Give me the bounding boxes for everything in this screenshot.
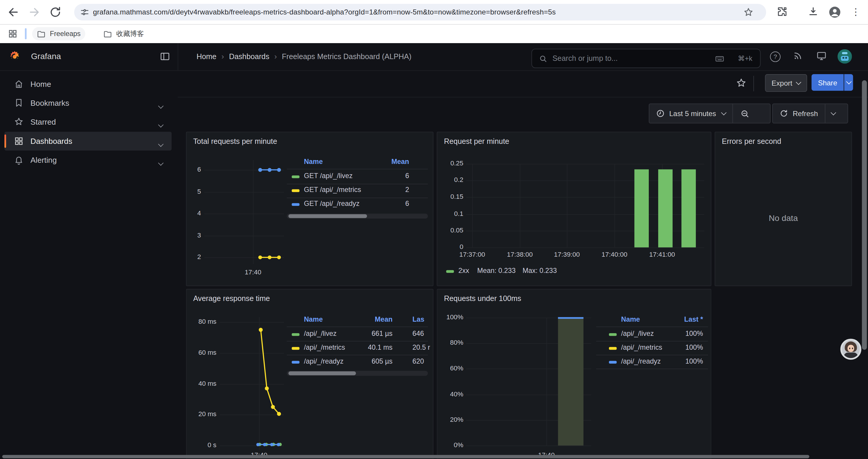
search-input[interactable]: Search or jump to... ⌘+k — [531, 49, 761, 68]
avatar-pixel-art — [841, 56, 848, 61]
legend-divider — [287, 198, 428, 198]
news-feed-icon[interactable] — [793, 51, 805, 63]
chevron-down-icon[interactable] — [158, 141, 164, 147]
export-label: Export — [771, 79, 792, 87]
profile-avatar-icon[interactable] — [828, 6, 841, 19]
sidebar-item-label: Dashboards — [30, 137, 72, 145]
legend-divider — [287, 355, 428, 355]
panel-title[interactable]: Requests under 100ms — [444, 294, 522, 303]
chevron-down-icon — [846, 79, 851, 85]
menu-kebab-icon[interactable]: ⋮ — [849, 6, 862, 19]
y-axis-tick-label: 0 — [437, 243, 463, 251]
panel-total-requests-per-minute: Total requests per minute 6543217:40Name… — [186, 132, 434, 286]
drag-indicator — [25, 28, 27, 39]
help-icon[interactable]: ? — [770, 52, 780, 62]
avatar-pixel-eye — [843, 57, 844, 59]
share-button[interactable]: Share — [812, 74, 844, 91]
browser-toolbar: grafana.mathmast.com/d/deytv4rwavabkb/fr… — [0, 0, 868, 24]
panel-title[interactable]: Request per minute — [444, 137, 509, 145]
downloads-icon[interactable] — [807, 6, 820, 19]
share-label: Share — [818, 78, 837, 87]
legend-column-header[interactable]: Mean — [186, 316, 392, 323]
bookmark-folder-freeleaps[interactable]: Freeleaps — [32, 27, 85, 40]
horizontal-scrollbar[interactable] — [2, 455, 809, 458]
x-axis-tick-label: 17:38:00 — [498, 251, 542, 258]
screen: grafana.mathmast.com/d/deytv4rwavabkb/fr… — [0, 0, 868, 459]
apps-grid-icon[interactable] — [8, 29, 18, 39]
zoom-out-button[interactable] — [733, 104, 756, 123]
panel-title[interactable]: Errors per second — [722, 137, 781, 145]
vertical-scrollbar[interactable] — [862, 80, 867, 350]
monitor-icon[interactable] — [816, 51, 828, 63]
legend-item[interactable]: 2xx — [458, 267, 469, 274]
avatar-pixel-art — [842, 52, 848, 54]
legend-column-header[interactable]: Mean — [186, 158, 409, 165]
series-plot — [186, 132, 433, 286]
x-axis-tick-label: 17:37:00 — [450, 251, 494, 258]
share-menu-button[interactable] — [844, 74, 853, 91]
url-text[interactable]: grafana.mathmast.com/d/deytv4rwavabkb/fr… — [93, 8, 556, 16]
breadcrumb-dashboards[interactable]: Dashboards — [229, 52, 269, 61]
back-icon[interactable] — [6, 6, 20, 19]
favorite-star-icon[interactable] — [736, 77, 747, 88]
legend-divider — [596, 355, 708, 355]
sidebar-item-label: Bookmarks — [30, 99, 69, 107]
y-axis-tick-label: 0% — [437, 441, 463, 449]
refresh-button[interactable]: Refresh — [773, 104, 825, 123]
legend-column-header[interactable]: Las — [412, 316, 424, 323]
brand-title[interactable]: Grafana — [31, 52, 61, 61]
sidebar-item-dashboards[interactable]: Dashboards — [4, 132, 172, 151]
reload-icon[interactable] — [49, 6, 62, 19]
search-shortcut: ⌘+k — [738, 54, 752, 63]
dock-menu-icon[interactable] — [159, 51, 170, 62]
sidebar-item-alerting[interactable]: Alerting — [4, 151, 172, 169]
bar — [658, 169, 673, 248]
legend-scrollbar-thumb[interactable] — [288, 214, 367, 218]
sidebar-item-home[interactable]: Home — [4, 75, 172, 94]
no-data-text: No data — [715, 213, 851, 222]
chevron-down-icon — [831, 110, 836, 116]
address-bar[interactable]: grafana.mathmast.com/d/deytv4rwavabkb/fr… — [74, 4, 766, 21]
chevron-down-icon[interactable] — [158, 160, 164, 166]
export-button[interactable]: Export — [765, 74, 807, 92]
grafana-app: Grafana Home › Dashboards › Freeleaps Me… — [0, 43, 868, 459]
legend-item[interactable]: Mean: 0.233 — [477, 267, 516, 274]
bookmark-star-icon[interactable] — [743, 6, 754, 18]
sidebar-item-bookmarks[interactable]: Bookmarks — [4, 94, 172, 112]
y-gridline — [466, 164, 704, 165]
legend-column-header[interactable]: Last * — [437, 316, 703, 323]
x-gridline — [472, 164, 473, 248]
legend-divider — [287, 326, 428, 327]
folder-icon — [103, 29, 113, 38]
y-axis-tick-label: 0.25 — [437, 160, 463, 167]
y-axis-tick-label: 20% — [437, 416, 463, 423]
breadcrumb-home[interactable]: Home — [196, 52, 216, 61]
chevron-down-icon[interactable] — [158, 122, 164, 128]
bookmark-icon — [14, 98, 24, 108]
assistant-avatar-widget[interactable] — [840, 339, 861, 360]
bookmark-folder-blogs[interactable]: 收藏博客 — [99, 27, 149, 40]
refresh-interval-button[interactable] — [825, 104, 842, 123]
time-range-picker[interactable]: Last 5 minutes — [649, 104, 732, 123]
forward-icon[interactable] — [28, 6, 41, 19]
legend-value: 100% — [437, 330, 703, 338]
legend-item[interactable]: Max: 0.233 — [523, 267, 557, 274]
legend-value: 646 — [412, 330, 424, 338]
sidebar-item-starred[interactable]: Starred — [4, 112, 172, 131]
legend-scrollbar-thumb[interactable] — [288, 371, 356, 375]
grafana-logo[interactable] — [8, 51, 21, 63]
legend-divider — [596, 326, 708, 327]
x-axis-tick-label: 17:39:00 — [545, 251, 589, 258]
user-avatar[interactable] — [838, 49, 852, 64]
search-placeholder: Search or jump to... — [553, 54, 618, 63]
chevron-down-icon — [796, 79, 802, 85]
y-gridline — [466, 446, 591, 446]
time-controls: Last 5 minutes — [649, 103, 771, 123]
extensions-icon[interactable] — [776, 6, 789, 19]
bookmarks-bar: Freeleaps 收藏博客 — [0, 24, 868, 43]
panel-requests-under-100ms: Requests under 100ms 100%80%60%40%20%0%1… — [437, 289, 711, 459]
divider — [753, 76, 754, 91]
grafana-top-nav: Grafana Home › Dashboards › Freeleaps Me… — [0, 43, 868, 71]
chevron-down-icon[interactable] — [158, 103, 164, 109]
site-settings-icon[interactable] — [80, 7, 90, 17]
